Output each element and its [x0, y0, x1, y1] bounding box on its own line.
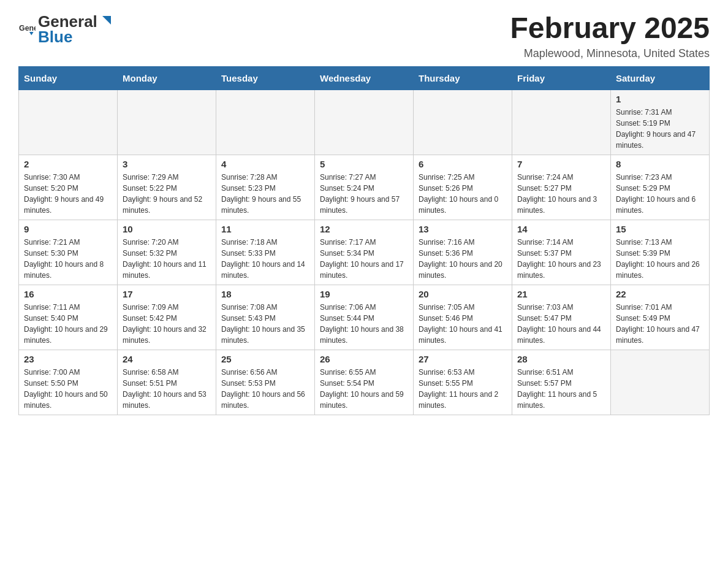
day-number: 28	[517, 354, 605, 364]
table-row: 7Sunrise: 7:24 AMSunset: 5:27 PMDaylight…	[512, 155, 611, 220]
day-number: 23	[24, 354, 112, 364]
page-header: General General Blue February 2025 Maple…	[18, 12, 710, 60]
table-row: 19Sunrise: 7:06 AMSunset: 5:44 PMDayligh…	[315, 285, 414, 350]
day-info: Sunrise: 7:25 AMSunset: 5:26 PMDaylight:…	[419, 172, 507, 216]
calendar-header-row: Sunday Monday Tuesday Wednesday Thursday…	[19, 66, 710, 90]
table-row: 17Sunrise: 7:09 AMSunset: 5:42 PMDayligh…	[118, 285, 216, 350]
month-title: February 2025	[510, 12, 710, 45]
day-number: 20	[419, 289, 507, 299]
col-wednesday: Wednesday	[315, 66, 414, 90]
table-row: 22Sunrise: 7:01 AMSunset: 5:49 PMDayligh…	[611, 285, 710, 350]
day-number: 14	[517, 224, 605, 234]
table-row: 9Sunrise: 7:21 AMSunset: 5:30 PMDaylight…	[19, 220, 118, 285]
day-info: Sunrise: 7:11 AMSunset: 5:40 PMDaylight:…	[24, 302, 112, 346]
day-info: Sunrise: 7:16 AMSunset: 5:36 PMDaylight:…	[419, 237, 507, 281]
table-row: 28Sunrise: 6:51 AMSunset: 5:57 PMDayligh…	[512, 350, 611, 415]
table-row: 23Sunrise: 7:00 AMSunset: 5:50 PMDayligh…	[19, 350, 118, 415]
day-info: Sunrise: 7:08 AMSunset: 5:43 PMDaylight:…	[221, 302, 309, 346]
day-number: 22	[616, 289, 704, 299]
title-section: February 2025 Maplewood, Minnesota, Unit…	[510, 12, 710, 60]
calendar-week-2: 2Sunrise: 7:30 AMSunset: 5:20 PMDaylight…	[19, 155, 710, 220]
table-row: 24Sunrise: 6:58 AMSunset: 5:51 PMDayligh…	[118, 350, 216, 415]
day-number: 13	[419, 224, 507, 234]
calendar-table: Sunday Monday Tuesday Wednesday Thursday…	[18, 66, 710, 415]
table-row: 2Sunrise: 7:30 AMSunset: 5:20 PMDaylight…	[19, 155, 118, 220]
table-row: 20Sunrise: 7:05 AMSunset: 5:46 PMDayligh…	[414, 285, 512, 350]
svg-marker-1	[29, 32, 34, 36]
col-thursday: Thursday	[414, 66, 512, 90]
day-info: Sunrise: 6:51 AMSunset: 5:57 PMDaylight:…	[517, 367, 605, 411]
day-info: Sunrise: 7:13 AMSunset: 5:39 PMDaylight:…	[616, 237, 704, 281]
day-info: Sunrise: 7:06 AMSunset: 5:44 PMDaylight:…	[320, 302, 408, 346]
table-row: 8Sunrise: 7:23 AMSunset: 5:29 PMDaylight…	[611, 155, 710, 220]
day-number: 18	[221, 289, 309, 299]
day-number: 11	[221, 224, 309, 234]
calendar-week-3: 9Sunrise: 7:21 AMSunset: 5:30 PMDaylight…	[19, 220, 710, 285]
table-row: 12Sunrise: 7:17 AMSunset: 5:34 PMDayligh…	[315, 220, 414, 285]
table-row	[118, 90, 216, 155]
day-info: Sunrise: 7:00 AMSunset: 5:50 PMDaylight:…	[24, 367, 112, 411]
calendar-week-4: 16Sunrise: 7:11 AMSunset: 5:40 PMDayligh…	[19, 285, 710, 350]
day-info: Sunrise: 6:56 AMSunset: 5:53 PMDaylight:…	[221, 367, 309, 411]
day-info: Sunrise: 7:14 AMSunset: 5:37 PMDaylight:…	[517, 237, 605, 281]
day-number: 26	[320, 354, 408, 364]
day-info: Sunrise: 7:23 AMSunset: 5:29 PMDaylight:…	[616, 172, 704, 216]
location-subtitle: Maplewood, Minnesota, United States	[510, 47, 710, 60]
day-number: 15	[616, 224, 704, 234]
table-row: 18Sunrise: 7:08 AMSunset: 5:43 PMDayligh…	[216, 285, 315, 350]
day-number: 21	[517, 289, 605, 299]
table-row: 6Sunrise: 7:25 AMSunset: 5:26 PMDaylight…	[414, 155, 512, 220]
day-info: Sunrise: 6:55 AMSunset: 5:54 PMDaylight:…	[320, 367, 408, 411]
day-info: Sunrise: 6:53 AMSunset: 5:55 PMDaylight:…	[419, 367, 507, 411]
day-info: Sunrise: 7:18 AMSunset: 5:33 PMDaylight:…	[221, 237, 309, 281]
calendar-week-1: 1Sunrise: 7:31 AMSunset: 5:19 PMDaylight…	[19, 90, 710, 155]
day-info: Sunrise: 7:27 AMSunset: 5:24 PMDaylight:…	[320, 172, 408, 216]
table-row	[216, 90, 315, 155]
logo-triangle-icon	[99, 13, 112, 27]
col-monday: Monday	[118, 66, 216, 90]
day-info: Sunrise: 7:05 AMSunset: 5:46 PMDaylight:…	[419, 302, 507, 346]
day-info: Sunrise: 7:01 AMSunset: 5:49 PMDaylight:…	[616, 302, 704, 346]
day-number: 2	[24, 159, 112, 169]
day-info: Sunrise: 7:21 AMSunset: 5:30 PMDaylight:…	[24, 237, 112, 281]
table-row: 15Sunrise: 7:13 AMSunset: 5:39 PMDayligh…	[611, 220, 710, 285]
svg-text:General: General	[19, 24, 36, 33]
day-number: 5	[320, 159, 408, 169]
day-number: 1	[616, 94, 704, 104]
day-number: 4	[221, 159, 309, 169]
table-row: 3Sunrise: 7:29 AMSunset: 5:22 PMDaylight…	[118, 155, 216, 220]
table-row: 21Sunrise: 7:03 AMSunset: 5:47 PMDayligh…	[512, 285, 611, 350]
day-number: 16	[24, 289, 112, 299]
table-row	[19, 90, 118, 155]
col-tuesday: Tuesday	[216, 66, 315, 90]
logo: General General Blue	[18, 12, 112, 47]
col-friday: Friday	[512, 66, 611, 90]
day-number: 7	[517, 159, 605, 169]
day-number: 19	[320, 289, 408, 299]
day-number: 8	[616, 159, 704, 169]
col-sunday: Sunday	[19, 66, 118, 90]
day-info: Sunrise: 7:29 AMSunset: 5:22 PMDaylight:…	[123, 172, 211, 216]
day-info: Sunrise: 7:17 AMSunset: 5:34 PMDaylight:…	[320, 237, 408, 281]
day-number: 6	[419, 159, 507, 169]
day-info: Sunrise: 7:03 AMSunset: 5:47 PMDaylight:…	[517, 302, 605, 346]
logo-icon: General	[18, 21, 36, 38]
calendar-week-5: 23Sunrise: 7:00 AMSunset: 5:50 PMDayligh…	[19, 350, 710, 415]
table-row: 27Sunrise: 6:53 AMSunset: 5:55 PMDayligh…	[414, 350, 512, 415]
table-row: 11Sunrise: 7:18 AMSunset: 5:33 PMDayligh…	[216, 220, 315, 285]
table-row	[512, 90, 611, 155]
day-number: 9	[24, 224, 112, 234]
day-info: Sunrise: 7:09 AMSunset: 5:42 PMDaylight:…	[123, 302, 211, 346]
day-number: 3	[123, 159, 211, 169]
day-info: Sunrise: 7:28 AMSunset: 5:23 PMDaylight:…	[221, 172, 309, 216]
col-saturday: Saturday	[611, 66, 710, 90]
day-number: 25	[221, 354, 309, 364]
day-number: 17	[123, 289, 211, 299]
day-info: Sunrise: 7:24 AMSunset: 5:27 PMDaylight:…	[517, 172, 605, 216]
table-row: 4Sunrise: 7:28 AMSunset: 5:23 PMDaylight…	[216, 155, 315, 220]
svg-marker-2	[102, 16, 111, 25]
day-number: 27	[419, 354, 507, 364]
table-row: 10Sunrise: 7:20 AMSunset: 5:32 PMDayligh…	[118, 220, 216, 285]
table-row: 1Sunrise: 7:31 AMSunset: 5:19 PMDaylight…	[611, 90, 710, 155]
table-row: 16Sunrise: 7:11 AMSunset: 5:40 PMDayligh…	[19, 285, 118, 350]
